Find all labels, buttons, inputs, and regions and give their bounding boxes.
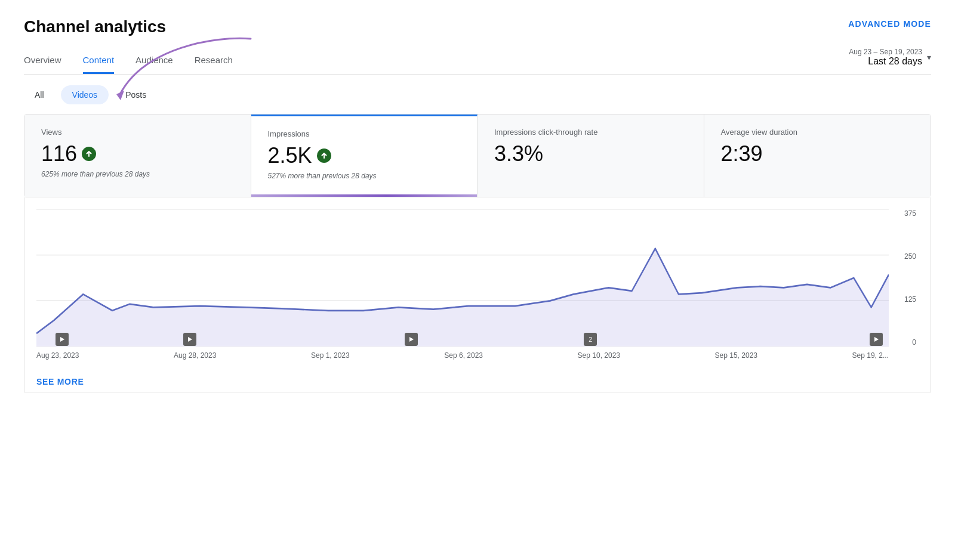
header-row: Channel analytics ADVANCED MODE: [24, 17, 931, 37]
sub-tab-posts[interactable]: Posts: [115, 86, 157, 104]
trend-up-icon-views: [82, 147, 96, 161]
trend-up-icon-impressions: [317, 148, 331, 163]
tab-content[interactable]: Content: [83, 55, 115, 74]
x-label-sep10: Sep 10, 2023: [578, 351, 620, 360]
metric-sub-impressions: 527% more than previous 28 days: [268, 172, 461, 180]
metric-label-ctr: Impressions click-through rate: [494, 128, 687, 137]
x-label-aug23: Aug 23, 2023: [36, 351, 79, 360]
metric-value-ctr: 3.3%: [494, 141, 543, 166]
video-marker-1[interactable]: [56, 333, 69, 346]
date-range-text: Aug 23 – Sep 19, 2023 Last 28 days: [849, 48, 922, 67]
video-marker-5[interactable]: [870, 333, 883, 346]
chart-section: 375 250 125 0: [24, 197, 931, 392]
see-more-row: SEE MORE: [36, 364, 919, 392]
x-label-sep15: Sep 15, 2023: [715, 351, 757, 360]
chevron-down-icon: ▾: [927, 52, 931, 62]
metric-label-impressions: Impressions: [268, 129, 461, 138]
impressions-purple-bar: [251, 194, 478, 197]
x-label-sep1: Sep 1, 2023: [311, 351, 350, 360]
date-range-label: Last 28 days: [849, 56, 922, 67]
metric-card-impressions[interactable]: Impressions 2.5K 527% more than previous…: [251, 115, 478, 197]
metric-value-row-ctr: 3.3%: [494, 141, 687, 166]
svg-marker-8: [874, 337, 879, 342]
chart-x-labels: Aug 23, 2023 Aug 28, 2023 Sep 1, 2023 Se…: [36, 346, 889, 364]
svg-marker-6: [188, 337, 192, 342]
y-label-0: 0: [912, 338, 916, 346]
metric-label-avg-duration: Average view duration: [721, 128, 914, 137]
metric-card-ctr[interactable]: Impressions click-through rate 3.3%: [478, 115, 704, 197]
metric-value-row-impressions: 2.5K: [268, 143, 461, 168]
see-more-button[interactable]: SEE MORE: [36, 377, 84, 386]
metrics-row: Views 116 625% more than previous 28 day…: [24, 114, 931, 197]
date-range-selector[interactable]: Aug 23 – Sep 19, 2023 Last 28 days ▾: [849, 48, 931, 74]
y-label-250: 250: [904, 252, 916, 261]
main-tabs: Overview Content Audience Research: [24, 55, 233, 74]
x-label-aug28: Aug 28, 2023: [174, 351, 216, 360]
metric-card-views[interactable]: Views 116 625% more than previous 28 day…: [24, 115, 251, 197]
x-label-sep6: Sep 6, 2023: [444, 351, 483, 360]
sub-tab-videos[interactable]: Videos: [61, 85, 109, 104]
metric-value-impressions: 2.5K: [268, 143, 312, 168]
page-title: Channel analytics: [24, 17, 166, 37]
advanced-mode-button[interactable]: ADVANCED MODE: [848, 17, 931, 31]
date-range-period: Aug 23 – Sep 19, 2023: [849, 48, 922, 56]
tab-overview[interactable]: Overview: [24, 55, 61, 74]
sub-tabs-row: All Videos Posts: [24, 75, 931, 114]
metric-sub-views: 625% more than previous 28 days: [41, 170, 234, 178]
metric-label-views: Views: [41, 128, 234, 137]
metric-value-row-views: 116: [41, 141, 234, 166]
metric-value-views: 116: [41, 141, 77, 166]
chart-container: 375 250 125 0: [36, 209, 919, 364]
y-label-375: 375: [904, 209, 916, 218]
tab-audience[interactable]: Audience: [135, 55, 173, 74]
video-markers: 2: [36, 332, 889, 346]
metric-value-row-avg-duration: 2:39: [721, 141, 914, 166]
svg-marker-7: [409, 337, 414, 342]
y-label-125: 125: [904, 295, 916, 304]
tabs-date-row: Overview Content Audience Research Aug 2…: [24, 48, 931, 75]
tab-research[interactable]: Research: [195, 55, 233, 74]
video-marker-4[interactable]: 2: [584, 333, 597, 346]
metric-card-avg-duration[interactable]: Average view duration 2:39: [704, 115, 931, 197]
sub-tab-all[interactable]: All: [24, 86, 55, 104]
x-label-sep19: Sep 19, 2...: [852, 351, 889, 360]
video-marker-2[interactable]: [183, 333, 196, 346]
chart-svg: [36, 209, 889, 346]
svg-marker-5: [60, 337, 64, 342]
video-marker-3[interactable]: [405, 333, 418, 346]
chart-y-labels: 375 250 125 0: [892, 209, 919, 346]
metric-value-avg-duration: 2:39: [721, 141, 763, 166]
